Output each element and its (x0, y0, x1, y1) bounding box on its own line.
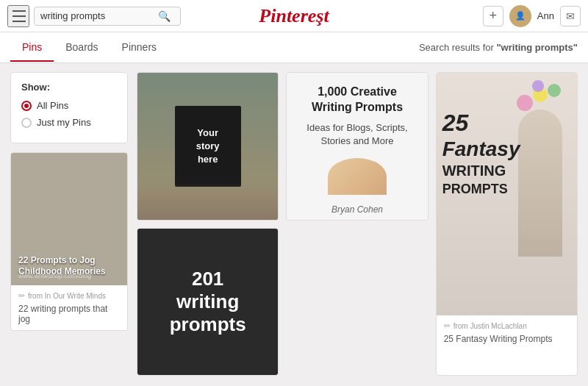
tab-pins[interactable]: Pins (10, 34, 54, 62)
content-area: Show: All Pins Just my Pins 22 Prompts t… (0, 63, 588, 385)
add-button[interactable]: + (483, 6, 503, 26)
figure-graphic (518, 110, 562, 257)
pin-card-3-source: ✏ from Justin McLachlan (444, 321, 570, 331)
my-pins-label: Just my Pins (37, 117, 91, 128)
tab-boards[interactable]: Boards (54, 34, 110, 62)
sub-nav: Pins Boards Pinners Search results for "… (0, 32, 588, 63)
my-pins-option[interactable]: Just my Pins (21, 117, 117, 128)
search-icon[interactable]: 🔍 (158, 10, 171, 22)
card2-book-title: 1,000 Creative Writing Prompts (312, 85, 403, 115)
messages-button[interactable]: ✉ (560, 6, 581, 26)
pin-card-3-body: ✏ from Justin McLachlan 25 Fantasy Writi… (437, 315, 577, 350)
sidebar-card-source: ✏ from In Our Write Minds (18, 291, 120, 301)
my-pins-radio[interactable] (21, 118, 32, 128)
card2-book-sub: Ideas for Blogs, Scripts, Stories and Mo… (306, 121, 407, 148)
sidebar-card-url: www.writeshop.com/blog (18, 272, 91, 279)
all-pins-option[interactable]: All Pins (21, 100, 117, 111)
pin-card-1-image: Your story here (137, 73, 278, 220)
card3-num: 25 (442, 110, 469, 137)
sidebar-pin-card[interactable]: 22 Prompts to Jog Childhood Memories www… (10, 152, 128, 331)
pin-card-4[interactable]: 201 writing prompts (137, 228, 279, 376)
avatar[interactable]: 👤 (509, 5, 531, 27)
pin-card-1-body: 365 Creative Writing Prompts - pick one … (137, 220, 278, 221)
filter-box: Show: All Pins Just my Pins (10, 72, 128, 143)
ball-green (548, 84, 561, 97)
tab-pinners[interactable]: Pinners (110, 34, 168, 62)
all-pins-radio[interactable] (21, 101, 32, 111)
pin-card-2[interactable]: 1,000 Creative Writing Prompts Ideas for… (286, 72, 428, 221)
all-pins-label: All Pins (37, 100, 68, 111)
pin-card-2-image: 1,000 Creative Writing Prompts Ideas for… (287, 73, 427, 221)
pin-grid: Your story here 365 Creative Writing Pro… (137, 72, 578, 376)
sidebar-card-title: 22 writing prompts that jog (18, 304, 120, 324)
search-box: 🔍 (34, 7, 181, 26)
pinterest-logo: Pintereşt (259, 5, 329, 27)
ball-purple (532, 80, 544, 92)
pencil-icon: ✏ (18, 291, 25, 301)
search-input[interactable] (40, 10, 158, 21)
card3-line3: WRITING (442, 162, 506, 179)
sidebar-card-body: ✏ from In Our Write Minds 22 writing pro… (11, 285, 127, 330)
book-graphic: Your story here (175, 106, 241, 187)
pencil-icon-3: ✏ (444, 321, 451, 331)
sidebar-card-image: 22 Prompts to Jog Childhood Memories www… (11, 153, 127, 285)
pin-card-3-title: 25 Fantasy Writing Prompts (444, 334, 570, 344)
pin-card-1[interactable]: Your story here 365 Creative Writing Pro… (137, 72, 279, 221)
top-nav: 🔍 Pintereşt + 👤 Ann ✉ (0, 0, 588, 32)
pin-card-3-image: 25 Fantasy WRITING PROMPTS (437, 73, 577, 315)
pin-card-3[interactable]: 25 Fantasy WRITING PROMPTS ✏ from Justin… (436, 72, 578, 376)
card2-author: Bryan Cohen (331, 204, 383, 215)
pin-card-4-image: 201 writing prompts (137, 229, 278, 376)
card2-hand-graphic (328, 158, 387, 195)
search-results-label: Search results for "writing prompts" (419, 42, 578, 53)
card3-line2: Fantasy (442, 137, 520, 161)
card3-line4: PROMPTS (442, 182, 508, 197)
ball-pink (517, 95, 533, 111)
card4-text: 201 writing prompts (170, 268, 246, 337)
nav-right: + 👤 Ann ✉ (483, 5, 581, 27)
sidebar-card-bg: 22 Prompts to Jog Childhood Memories (11, 153, 127, 285)
show-label: Show: (21, 82, 117, 93)
username-label[interactable]: Ann (537, 10, 554, 21)
sidebar: Show: All Pins Just my Pins 22 Prompts t… (10, 72, 128, 376)
menu-button[interactable] (7, 5, 29, 27)
